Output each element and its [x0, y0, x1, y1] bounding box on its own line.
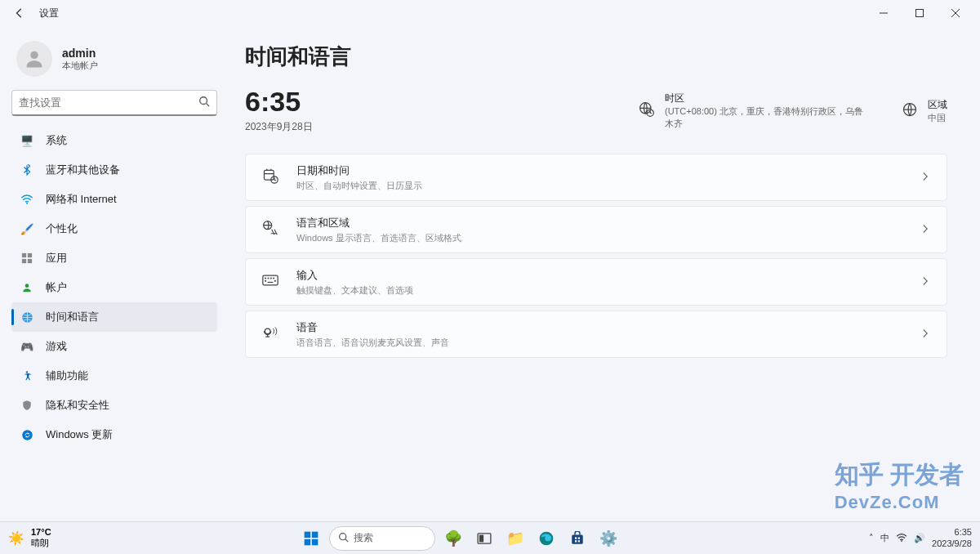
tray-volume-icon[interactable]: 🔊: [914, 533, 925, 543]
taskbar-explorer-icon[interactable]: 📁: [502, 525, 528, 552]
svg-point-2: [30, 51, 38, 59]
card-title: 日期和时间: [296, 163, 422, 178]
globe-icon: [902, 101, 918, 121]
svg-point-33: [340, 533, 346, 539]
globe-clock-icon: [20, 311, 34, 324]
svg-rect-42: [578, 540, 580, 542]
card-title: 语言和区域: [296, 216, 461, 230]
svg-rect-1: [916, 10, 924, 17]
maximize-button[interactable]: [902, 0, 938, 26]
taskbar: ☀️ 17°C 晴朗 搜索 🌳 📁 ⚙️ ˄ 中 🔊 6:35 2023/9/2…: [0, 521, 980, 554]
svg-point-43: [901, 540, 902, 542]
nav-personalization[interactable]: 🖌️个性化: [11, 214, 217, 243]
shield-icon: [20, 400, 34, 411]
info-row: 6:35 2023年9月28日 时区 (UTC+08:00) 北京，重庆，香港特…: [245, 87, 947, 134]
chevron-right-icon: [920, 327, 930, 342]
search-icon: [198, 96, 210, 110]
svg-point-3: [200, 96, 207, 104]
svg-rect-7: [28, 253, 32, 257]
titlebar: 设置: [0, 0, 980, 26]
nav-accounts[interactable]: 帐户: [11, 273, 217, 302]
svg-line-34: [345, 538, 348, 541]
minimize-button[interactable]: [866, 0, 902, 26]
tray-ime-icon[interactable]: 中: [880, 532, 889, 544]
search-input[interactable]: [19, 96, 198, 109]
card-subtitle: 语音语言、语音识别麦克风设置、声音: [296, 337, 449, 349]
taskbar-settings-icon[interactable]: ⚙️: [595, 525, 621, 552]
nav-time-language[interactable]: 时间和语言: [11, 302, 217, 332]
svg-line-4: [207, 103, 210, 106]
weather-desc: 晴朗: [31, 537, 51, 549]
card-language-region[interactable]: 语言和区域 Windows 显示语言、首选语言、区域格式: [245, 206, 947, 253]
taskbar-search[interactable]: 搜索: [329, 526, 435, 551]
nav-privacy[interactable]: 隐私和安全性: [11, 391, 217, 420]
taskbar-store-icon[interactable]: [564, 525, 590, 552]
nav-network[interactable]: 网络和 Internet: [11, 185, 217, 214]
taskbar-edge-icon[interactable]: [533, 525, 559, 552]
weather-widget[interactable]: ☀️ 17°C 晴朗: [8, 527, 51, 549]
nav-bluetooth[interactable]: 蓝牙和其他设备: [11, 155, 217, 185]
svg-point-25: [265, 280, 266, 281]
window-title: 设置: [39, 7, 59, 20]
nav-accessibility[interactable]: 辅助功能: [11, 361, 217, 391]
update-icon: [20, 429, 34, 441]
back-button[interactable]: [7, 0, 33, 26]
nav-gaming[interactable]: 🎮游戏: [11, 332, 217, 361]
system-tray[interactable]: ˄ 中 🔊 6:35 2023/9/28: [869, 527, 972, 548]
svg-rect-38: [572, 534, 584, 543]
svg-rect-39: [575, 537, 577, 538]
tray-chevron-icon[interactable]: ˄: [869, 533, 874, 543]
taskbar-widgets-icon[interactable]: 🌳: [440, 525, 466, 552]
chevron-right-icon: [920, 275, 930, 289]
svg-point-28: [265, 328, 270, 334]
svg-rect-40: [578, 537, 580, 538]
search-icon: [338, 531, 349, 546]
current-date: 2023年9月28日: [245, 120, 313, 134]
nav-windows-update[interactable]: Windows 更新: [11, 420, 217, 449]
timezone-info[interactable]: 时区 (UTC+08:00) 北京，重庆，香港特别行政区，乌鲁木齐: [639, 92, 869, 130]
apps-icon: [20, 252, 34, 264]
region-info[interactable]: 区域 中国: [902, 98, 947, 124]
globe-icon: [639, 101, 655, 121]
clock-display: 6:35 2023年9月28日: [245, 87, 313, 134]
svg-point-23: [270, 278, 271, 279]
card-title: 输入: [296, 268, 413, 283]
close-button[interactable]: [938, 0, 973, 26]
card-input[interactable]: 输入 触摸键盘、文本建议、首选项: [245, 258, 947, 306]
svg-rect-17: [265, 170, 274, 180]
card-subtitle: 时区、自动时钟设置、日历显示: [296, 180, 422, 192]
language-icon: [262, 220, 285, 239]
person-icon: [20, 282, 34, 293]
chevron-right-icon: [920, 170, 930, 185]
search-box[interactable]: [11, 90, 217, 116]
svg-point-26: [274, 280, 275, 281]
svg-rect-30: [312, 531, 318, 538]
tray-wifi-icon[interactable]: [896, 533, 907, 544]
brush-icon: 🖌️: [20, 223, 34, 235]
card-datetime[interactable]: 日期和时间 时区、自动时钟设置、日历显示: [245, 154, 947, 201]
timezone-label: 时区: [665, 92, 869, 105]
nav-apps[interactable]: 应用: [11, 243, 217, 273]
mic-speech-icon: [262, 324, 285, 344]
tray-clock[interactable]: 6:35 2023/9/28: [932, 527, 972, 548]
nav-list: 🖥️系统 蓝牙和其他设备 网络和 Internet 🖌️个性化 应用 帐户 时间…: [11, 126, 217, 449]
taskbar-taskview-icon[interactable]: [471, 525, 497, 552]
nav-system[interactable]: 🖥️系统: [11, 126, 217, 155]
wifi-icon: [20, 194, 34, 205]
start-button[interactable]: [298, 525, 324, 552]
svg-rect-32: [312, 538, 318, 545]
card-subtitle: 触摸键盘、文本建议、首选项: [296, 284, 413, 297]
keyboard-icon: [262, 275, 285, 289]
svg-point-21: [265, 278, 266, 279]
svg-rect-8: [22, 259, 26, 263]
calendar-clock-icon: [262, 168, 285, 187]
gamepad-icon: 🎮: [20, 341, 34, 353]
sun-icon: ☀️: [8, 530, 24, 546]
svg-point-13: [22, 430, 33, 440]
card-speech[interactable]: 语音 语音语言、语音识别麦克风设置、声音: [245, 311, 947, 358]
accessibility-icon: [20, 370, 34, 382]
display-icon: 🖥️: [20, 135, 34, 147]
current-time: 6:35: [245, 87, 313, 115]
user-profile[interactable]: admin 本地帐户: [11, 33, 217, 90]
svg-point-24: [274, 278, 274, 279]
